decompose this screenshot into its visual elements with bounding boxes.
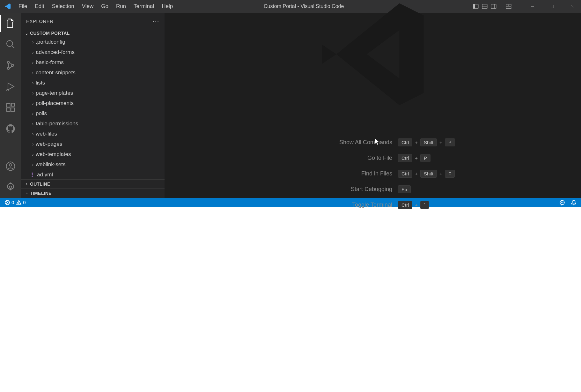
key: Shift — [420, 170, 437, 178]
folder-item[interactable]: ›web-files — [21, 129, 165, 139]
yaml-file-icon: ! — [30, 172, 34, 178]
activity-settings[interactable] — [0, 177, 21, 198]
workspace-root[interactable]: ⌄ CUSTOM PORTAL — [21, 29, 165, 37]
shortcut-label: Show All Commands — [265, 139, 392, 146]
plus-separator: + — [439, 171, 442, 176]
key: Ctrl — [398, 170, 412, 178]
svg-point-33 — [560, 200, 564, 205]
chevron-right-icon: › — [30, 142, 36, 147]
svg-rect-11 — [551, 5, 554, 8]
folder-item[interactable]: ›lists — [21, 78, 165, 88]
svg-marker-19 — [8, 83, 14, 90]
shortcut-keys: Ctrl+Shift+P — [398, 138, 481, 146]
plus-separator: + — [415, 202, 418, 208]
menu-edit[interactable]: Edit — [31, 0, 48, 13]
status-warning-count: 0 — [23, 200, 26, 205]
customize-layout-icon[interactable] — [505, 3, 512, 10]
shortcut-label: Toggle Terminal — [265, 202, 392, 208]
activity-run-debug[interactable] — [0, 76, 21, 97]
close-button[interactable] — [563, 0, 581, 13]
svg-line-15 — [12, 46, 14, 48]
folder-item[interactable]: ›content-snippets — [21, 68, 165, 78]
folder-name: lists — [36, 80, 45, 86]
folder-name: web-templates — [36, 151, 71, 158]
folder-name: web-pages — [36, 141, 62, 147]
maximize-button[interactable] — [543, 0, 561, 13]
image-background — [0, 207, 581, 392]
status-warnings[interactable]: 0 — [16, 200, 26, 205]
folder-item[interactable]: ›polls — [21, 108, 165, 119]
explorer-header: EXPLORER ··· — [21, 13, 165, 29]
plus-separator: + — [415, 171, 418, 176]
file-item[interactable]: !ad.yml — [21, 170, 165, 179]
svg-rect-7 — [506, 4, 508, 6]
status-error-count: 0 — [11, 200, 14, 205]
status-bell-icon[interactable] — [571, 200, 577, 205]
folder-name: weblink-sets — [36, 161, 66, 168]
chevron-right-icon: › — [30, 40, 36, 45]
chevron-right-icon: › — [30, 60, 36, 65]
activity-source-control[interactable] — [0, 55, 21, 76]
svg-point-14 — [7, 41, 13, 47]
activity-explorer[interactable] — [0, 13, 21, 34]
plus-separator: + — [439, 140, 442, 145]
shortcut-hints: Show All CommandsCtrl+Shift+PGo to FileC… — [265, 138, 481, 217]
shortcut-label: Start Debugging — [265, 186, 392, 193]
timeline-section[interactable]: › TIMELINE — [21, 189, 165, 198]
activity-accounts[interactable] — [0, 156, 21, 177]
key: F — [445, 170, 455, 178]
svg-rect-24 — [11, 103, 14, 106]
folder-item[interactable]: ›basic-forms — [21, 57, 165, 68]
chevron-right-icon: › — [24, 181, 30, 186]
vscode-logo-icon — [4, 3, 11, 10]
explorer-more-icon[interactable]: ··· — [153, 18, 159, 25]
menu-file[interactable]: File — [15, 0, 31, 13]
svg-point-16 — [7, 61, 10, 63]
outline-section[interactable]: › OUTLINE — [21, 180, 165, 189]
folder-item[interactable]: ›poll-placements — [21, 98, 165, 108]
folder-item[interactable]: ›page-templates — [21, 88, 165, 98]
menu-run[interactable]: Run — [112, 0, 130, 13]
vscode-watermark-icon — [312, 0, 433, 116]
minimize-button[interactable] — [524, 0, 541, 13]
shortcut-row: Toggle TerminalCtrl+` — [265, 201, 481, 209]
status-errors[interactable]: 0 — [4, 200, 14, 205]
toggle-panel-icon[interactable] — [481, 3, 488, 10]
chevron-right-icon: › — [30, 162, 36, 167]
svg-point-17 — [7, 67, 10, 70]
toggle-secondary-sidebar-icon[interactable] — [490, 3, 497, 10]
svg-rect-22 — [7, 108, 10, 111]
folder-item[interactable]: ›table-permissions — [21, 119, 165, 129]
activity-extensions[interactable] — [0, 97, 21, 118]
chevron-right-icon: › — [30, 121, 36, 126]
key: Shift — [420, 138, 437, 146]
explorer-sidebar: EXPLORER ··· ⌄ CUSTOM PORTAL ›.portalcon… — [21, 13, 165, 198]
shortcut-row: Find in FilesCtrl+Shift+F — [265, 170, 481, 178]
menu-selection[interactable]: Selection — [48, 0, 78, 13]
key: ` — [420, 201, 429, 209]
svg-point-34 — [561, 202, 562, 202]
folder-item[interactable]: ›.portalconfig — [21, 37, 165, 47]
menu-view[interactable]: View — [78, 0, 98, 13]
folder-item[interactable]: ›web-templates — [21, 149, 165, 159]
status-feedback-icon[interactable] — [559, 200, 565, 205]
editor-area: Show All CommandsCtrl+Shift+PGo to FileC… — [165, 13, 581, 198]
folder-item[interactable]: ›web-pages — [21, 139, 165, 149]
plus-separator: + — [415, 140, 418, 145]
chevron-down-icon: ⌄ — [24, 31, 30, 36]
outline-label: OUTLINE — [30, 181, 50, 187]
activity-search[interactable] — [0, 34, 21, 55]
file-tree: ›.portalconfig›advanced-forms›basic-form… — [21, 37, 165, 179]
svg-rect-9 — [506, 7, 511, 9]
folder-name: .portalconfig — [36, 39, 65, 45]
folder-name: table-permissions — [36, 121, 78, 127]
workspace-root-label: CUSTOM PORTAL — [30, 31, 70, 36]
folder-name: content-snippets — [36, 70, 76, 76]
menu-go[interactable]: Go — [97, 0, 112, 13]
folder-item[interactable]: ›weblink-sets — [21, 159, 165, 170]
activity-github[interactable] — [0, 118, 21, 139]
svg-rect-8 — [509, 4, 511, 6]
folder-item[interactable]: ›advanced-forms — [21, 47, 165, 57]
shortcut-row: Go to FileCtrl+P — [265, 154, 481, 162]
shortcut-row: Start DebuggingF5 — [265, 185, 481, 193]
